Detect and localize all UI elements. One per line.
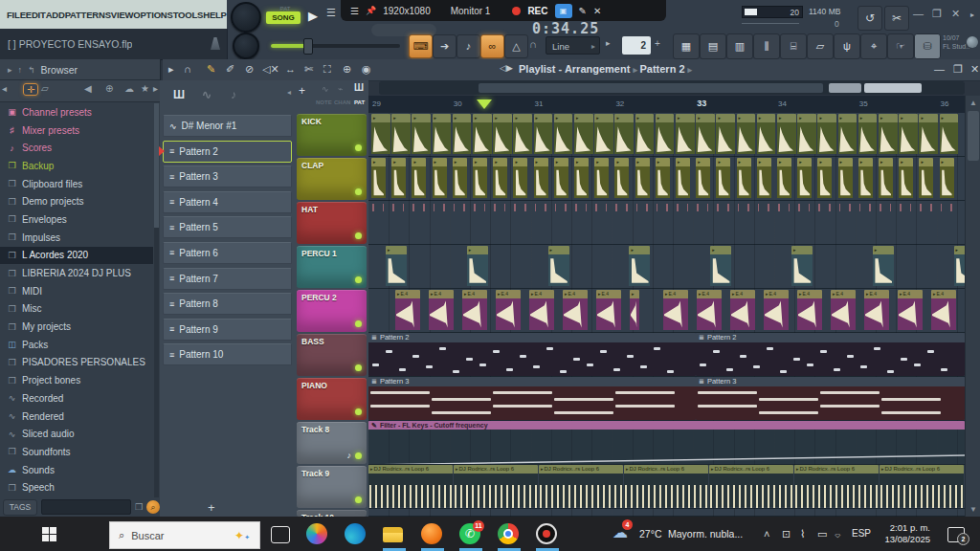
- restore-button[interactable]: ❐: [932, 8, 942, 20]
- audio-clip[interactable]: E.4: [898, 290, 923, 331]
- browser-item[interactable]: ∿Recorded: [0, 389, 153, 408]
- browser-item[interactable]: ❒Project bones: [0, 371, 153, 389]
- audio-loop-clip[interactable]: DJ Rodricx..rs Loop 6: [539, 465, 623, 508]
- audio-clip[interactable]: [574, 114, 593, 155]
- audio-clip[interactable]: [467, 246, 488, 287]
- snap-dropdown[interactable]: Line▸: [546, 36, 600, 55]
- picker-scroll-up-icon[interactable]: ◂: [287, 88, 291, 97]
- pattern-item[interactable]: ≡Pattern 6: [163, 242, 292, 264]
- snap-magnet-icon[interactable]: ∩: [529, 38, 537, 50]
- audio-clip[interactable]: [473, 158, 487, 199]
- audio-clip[interactable]: [716, 158, 730, 199]
- track-header[interactable]: CLAP: [297, 158, 367, 200]
- audio-clip[interactable]: [513, 114, 532, 155]
- browser-item[interactable]: ❒Backup: [0, 157, 153, 175]
- playlist-vertical-scrollbar[interactable]: ▲ ▼: [965, 96, 980, 517]
- audio-clip[interactable]: [919, 158, 933, 199]
- audio-clip[interactable]: [797, 158, 812, 199]
- channel-rack-button[interactable]: ▤: [700, 33, 726, 59]
- lane-track-8[interactable]: ✎Filter - FL Keys - Cutoff frequency: [368, 421, 965, 465]
- audio-clip[interactable]: [371, 158, 386, 199]
- browser-item[interactable]: ❒Impulses: [0, 229, 153, 247]
- browser-item[interactable]: ∿Sliced audio: [0, 425, 153, 443]
- audio-clip[interactable]: [879, 114, 898, 155]
- audio-clip[interactable]: E.4: [764, 290, 789, 331]
- audio-clip[interactable]: [534, 158, 548, 199]
- audio-clip[interactable]: [710, 246, 731, 287]
- track-led[interactable]: [355, 364, 362, 371]
- audio-clip[interactable]: [635, 158, 650, 199]
- browser-item[interactable]: ❒My projects: [0, 318, 153, 336]
- start-button[interactable]: [42, 527, 56, 541]
- picker-chan-tab-icon[interactable]: ∿: [202, 88, 212, 101]
- track-header[interactable]: HAT: [297, 202, 367, 244]
- touch-controller-button[interactable]: ☞: [887, 33, 914, 59]
- tags-search-input[interactable]: [41, 499, 131, 515]
- audio-clip[interactable]: [940, 158, 954, 199]
- edge-button[interactable]: [345, 523, 368, 546]
- track-led[interactable]: [355, 144, 362, 151]
- track-led[interactable]: [355, 232, 362, 239]
- lane-clap[interactable]: [368, 157, 965, 201]
- pattern-item[interactable]: ≡Pattern 8: [163, 293, 292, 315]
- recorder-pin-icon[interactable]: 📌: [366, 6, 376, 15]
- tab-scroll-left-icon[interactable]: ◂: [2, 83, 7, 94]
- track-led[interactable]: [355, 276, 362, 283]
- audio-clip[interactable]: [656, 158, 670, 199]
- automation-clip[interactable]: ✎Filter - FL Keys - Cutoff frequency: [368, 421, 965, 464]
- browser-item[interactable]: ❒Envelopes: [0, 210, 153, 229]
- audio-clip[interactable]: [899, 158, 913, 199]
- lane-percu-2[interactable]: E.4E.4E.4E.4E.4E.4E.4E.4E.4E.4E.4E.4E.4E…: [368, 289, 965, 333]
- menu-item-tools[interactable]: TOOLS: [173, 10, 204, 20]
- track-led[interactable]: [355, 188, 362, 195]
- audio-clip[interactable]: E.4: [529, 290, 554, 331]
- weather-text[interactable]: Mayorm. nubla...: [668, 528, 743, 540]
- audio-clip[interactable]: E.4: [864, 290, 889, 331]
- browser-item[interactable]: ❒Speech: [0, 478, 153, 496]
- weather-temp[interactable]: 27°C: [639, 528, 661, 540]
- recorder-app-button[interactable]: [536, 523, 559, 546]
- mixer-button[interactable]: ⫼: [753, 33, 780, 59]
- audio-clip[interactable]: [838, 114, 858, 155]
- audio-loop-clip[interactable]: DJ Rodricx..rs Loop 6: [880, 465, 964, 508]
- audio-clip[interactable]: [858, 158, 873, 199]
- pattern-clip[interactable]: ≣Pattern 3: [696, 377, 965, 420]
- pattern-clip[interactable]: ≣Pattern 3: [368, 377, 696, 420]
- tab-note[interactable]: NOTE: [316, 99, 332, 105]
- browser-item[interactable]: ❒L Acordes 2020: [0, 247, 153, 265]
- scroll-down-icon[interactable]: ▼: [966, 505, 980, 514]
- playlist-snap-icon[interactable]: ∩: [184, 63, 191, 75]
- audio-clip[interactable]: [391, 158, 406, 199]
- track-header[interactable]: PIANO: [297, 378, 367, 420]
- track-header[interactable]: Track 8♪: [297, 422, 367, 464]
- audio-loop-clip[interactable]: DJ Rodricx..rs Loop 6: [368, 465, 453, 508]
- browser-back-icon[interactable]: ↰: [28, 65, 35, 75]
- audio-clip[interactable]: E.4: [663, 290, 688, 331]
- scrollbar-thumb[interactable]: [968, 111, 979, 161]
- draw-tool-icon[interactable]: ✎: [207, 63, 215, 76]
- audio-clip[interactable]: [594, 158, 609, 199]
- task-view-button[interactable]: [268, 523, 291, 546]
- recorder-menu-icon[interactable]: ☰: [350, 6, 359, 16]
- step-arrow-icon[interactable]: ▸: [606, 38, 611, 48]
- tray-clock[interactable]: 2:01 p. m. 13/08/2025: [877, 522, 930, 545]
- touch-keyboard-button[interactable]: ⌖: [860, 33, 887, 59]
- audio-clip[interactable]: E.4: [429, 290, 454, 331]
- audio-clip[interactable]: [899, 114, 918, 155]
- whatsapp-button[interactable]: ✆ 11: [459, 523, 482, 546]
- lane-bass[interactable]: ≣Pattern 2≣Pattern 2: [368, 333, 965, 377]
- audio-clip[interactable]: E.4: [697, 290, 722, 331]
- more-arrow-icon[interactable]: ▸: [970, 11, 974, 19]
- tab-chan[interactable]: CHAN: [334, 99, 350, 105]
- browser-item[interactable]: ◫Packs: [0, 336, 153, 354]
- link-button[interactable]: ∞: [480, 34, 504, 58]
- playlist-close-icon[interactable]: ✕: [970, 63, 979, 76]
- shop-cart-button[interactable]: ⛁: [914, 33, 941, 59]
- audio-clip[interactable]: [493, 158, 507, 199]
- browser-tab-favorites-icon[interactable]: ★: [141, 83, 149, 94]
- recorder-pencil-icon[interactable]: ✎: [579, 6, 587, 16]
- piano-roll-button[interactable]: ▥: [726, 33, 753, 59]
- audio-clip[interactable]: [391, 114, 411, 155]
- audio-loop-clip[interactable]: DJ Rodricx..rs Loop 6: [624, 465, 708, 508]
- audio-clip[interactable]: [696, 114, 715, 155]
